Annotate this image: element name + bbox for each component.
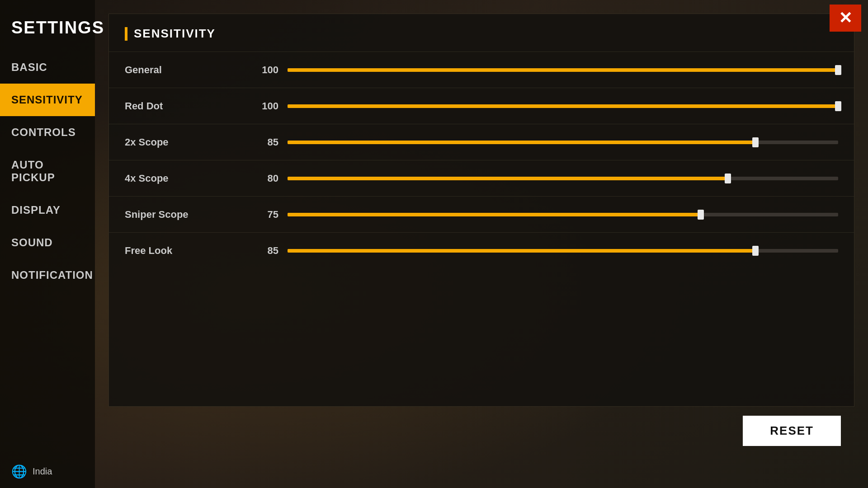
slider-value-4: 75: [251, 209, 278, 221]
section-title-text: SENSITIVITY: [134, 27, 216, 41]
slider-track-fill-5: [288, 249, 755, 253]
slider-track-0[interactable]: [288, 68, 838, 72]
slider-row: Red Dot100: [109, 88, 854, 124]
slider-label-1: Red Dot: [125, 100, 251, 112]
sidebar-footer: 🌐 India: [0, 455, 95, 488]
sidebar-item-auto_pickup[interactable]: AUTO PICKUP: [0, 149, 95, 194]
slider-label-5: Free Look: [125, 245, 251, 257]
slider-track-fill-1: [288, 104, 838, 108]
slider-thumb-0[interactable]: [835, 65, 841, 75]
slider-value-1: 100: [251, 100, 278, 112]
section-title-bar: [125, 27, 127, 41]
slider-label-2: 2x Scope: [125, 136, 251, 148]
slider-thumb-4[interactable]: [698, 210, 704, 220]
slider-row: Sniper Scope75: [109, 196, 854, 232]
slider-thumb-1[interactable]: [835, 101, 841, 111]
sidebar-nav: BASICSENSITIVITYCONTROLSAUTO PICKUPDISPL…: [0, 51, 95, 455]
close-icon: ✕: [839, 9, 852, 28]
section-header: SENSITIVITY: [109, 14, 854, 52]
slider-track-2[interactable]: [288, 141, 838, 144]
slider-track-fill-0: [288, 68, 838, 72]
content-panel: SENSITIVITY General100Red Dot1002x Scope…: [108, 14, 854, 407]
slider-value-0: 100: [251, 64, 278, 76]
slider-value-3: 80: [251, 173, 278, 184]
slider-list: General100Red Dot1002x Scope854x Scope80…: [109, 52, 854, 268]
slider-thumb-5[interactable]: [752, 246, 759, 256]
slider-row: Free Look85: [109, 232, 854, 268]
slider-track-fill-2: [288, 141, 755, 144]
slider-track-3[interactable]: [288, 177, 838, 180]
slider-track-fill-4: [288, 213, 701, 216]
sidebar-item-sound[interactable]: SOUND: [0, 226, 95, 259]
slider-thumb-3[interactable]: [725, 174, 731, 183]
app-title: SETTINGS: [0, 9, 95, 51]
sidebar-item-basic[interactable]: BASIC: [0, 51, 95, 84]
sidebar-item-display[interactable]: DISPLAY: [0, 194, 95, 226]
slider-row: 2x Scope85: [109, 124, 854, 160]
slider-label-0: General: [125, 64, 251, 76]
slider-value-2: 85: [251, 136, 278, 148]
region-label: India: [33, 466, 52, 477]
main-content: SENSITIVITY General100Red Dot1002x Scope…: [95, 0, 868, 488]
reset-button[interactable]: RESET: [743, 416, 841, 446]
sidebar-item-sensitivity[interactable]: SENSITIVITY: [0, 84, 95, 116]
close-button[interactable]: ✕: [830, 5, 861, 32]
slider-track-1[interactable]: [288, 104, 838, 108]
slider-row: General100: [109, 52, 854, 88]
sidebar-item-notification[interactable]: NOTIFICATION: [0, 259, 95, 291]
slider-track-4[interactable]: [288, 213, 838, 216]
slider-thumb-2[interactable]: [752, 137, 759, 147]
slider-track-fill-3: [288, 177, 728, 180]
slider-label-3: 4x Scope: [125, 173, 251, 184]
slider-track-5[interactable]: [288, 249, 838, 253]
bottom-bar: RESET: [108, 407, 854, 455]
sidebar: SETTINGS BASICSENSITIVITYCONTROLSAUTO PI…: [0, 0, 95, 488]
sidebar-item-controls[interactable]: CONTROLS: [0, 116, 95, 149]
globe-icon: 🌐: [11, 464, 27, 479]
slider-value-5: 85: [251, 245, 278, 257]
slider-row: 4x Scope80: [109, 160, 854, 196]
slider-label-4: Sniper Scope: [125, 209, 251, 221]
